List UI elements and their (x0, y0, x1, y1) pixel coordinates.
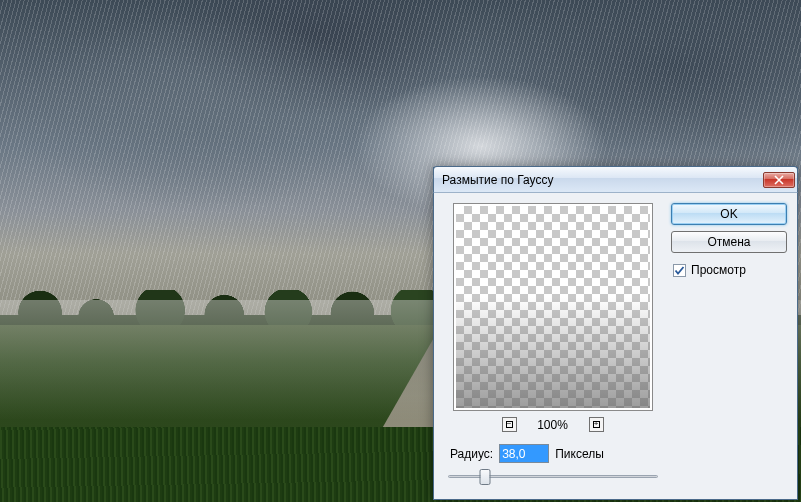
preview-area[interactable] (453, 203, 653, 411)
close-icon (774, 175, 784, 185)
dialog-title: Размытие по Гауссу (442, 173, 763, 187)
radius-label: Радиус: (450, 447, 493, 461)
ok-label: OK (720, 207, 737, 221)
preview-content (456, 297, 650, 408)
radius-slider[interactable] (448, 467, 658, 485)
zoom-in-button[interactable] (589, 417, 604, 432)
zoom-out-button[interactable]: − (502, 417, 517, 432)
preview-checkbox-row[interactable]: Просмотр (671, 263, 787, 277)
dialog-titlebar[interactable]: Размытие по Гауссу (433, 166, 798, 193)
preview-checkerboard (456, 206, 650, 408)
gaussian-blur-dialog: Размытие по Гауссу − 100% (433, 167, 798, 500)
radius-input[interactable] (499, 444, 549, 463)
check-icon (674, 265, 685, 276)
minus-icon: − (506, 421, 513, 428)
cancel-label: Отмена (707, 235, 750, 249)
plus-icon (593, 421, 600, 428)
preview-checkbox[interactable] (673, 264, 686, 277)
preview-checkbox-label: Просмотр (691, 263, 746, 277)
radius-units: Пикселы (555, 447, 604, 461)
cancel-button[interactable]: Отмена (671, 231, 787, 253)
slider-thumb[interactable] (480, 469, 491, 485)
zoom-value: 100% (531, 418, 575, 432)
ok-button[interactable]: OK (671, 203, 787, 225)
close-button[interactable] (763, 172, 795, 188)
